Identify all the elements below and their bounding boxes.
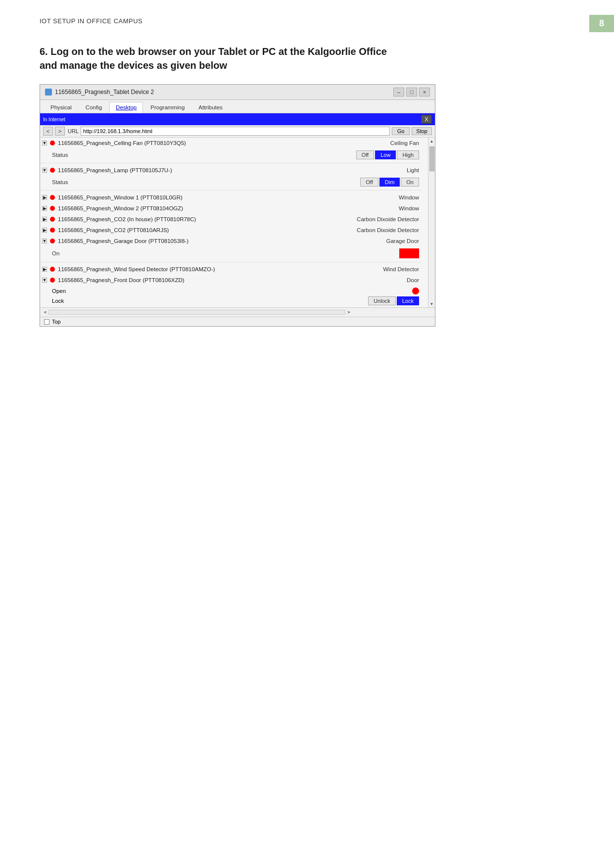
dot-window2 — [50, 206, 55, 211]
front-door-lock-label: Lock — [52, 298, 64, 304]
device-row-ceiling-fan: ▼ 11656865_Pragnesh_Celling Fan (PTT0810… — [40, 138, 421, 148]
device-row-co2: ▶ 11656865_Pragnesh_CO2 (PTT0810ARJS) Ca… — [40, 225, 421, 236]
wind-speed-name: 11656865_Pragnesh_Wind Speed Detector (P… — [58, 266, 367, 272]
maximize-button[interactable]: □ — [406, 88, 417, 96]
front-door-open-indicator — [412, 288, 419, 294]
co2-inhouse-name: 11656865_Pragnesh_CO2 (In house) (PTT081… — [58, 216, 354, 222]
forward-button[interactable]: > — [55, 127, 65, 136]
scroll-left-button[interactable]: < — [44, 310, 47, 315]
ceiling-fan-high-button[interactable]: High — [397, 150, 419, 159]
stop-button[interactable]: Stop — [412, 127, 432, 135]
section-title: 6. Log on to the web browser on your Tab… — [40, 45, 574, 72]
tab-attributes[interactable]: Attributes — [192, 102, 229, 113]
close-button[interactable]: × — [419, 88, 430, 96]
tab-programming[interactable]: Programming — [144, 102, 191, 113]
scroll-up-button[interactable]: ▲ — [428, 138, 435, 145]
window2-name: 11656865_Pragnesh_Window 2 (PTT08104OGZ) — [58, 205, 367, 211]
minimize-button[interactable]: – — [393, 88, 404, 96]
front-door-lock-buttons: Unlock Lock — [368, 296, 419, 305]
lamp-on-button[interactable]: On — [401, 178, 419, 187]
expand-lamp[interactable]: ▼ — [42, 168, 47, 173]
top-label: Top — [52, 319, 61, 325]
scroll-right-button[interactable]: > — [347, 310, 350, 315]
expand-window1[interactable]: ▶ — [42, 195, 47, 200]
scroll-down-button[interactable]: ▼ — [428, 300, 435, 307]
lamp-name: 11656865_Pragnesh_Lamp (PTT08105J7U-) — [58, 167, 367, 173]
ceiling-fan-type: Ceiling Fan — [370, 140, 419, 146]
expand-co2-inhouse[interactable]: ▶ — [42, 217, 47, 222]
expand-co2[interactable]: ▶ — [42, 228, 47, 233]
front-door-open-label: Open — [52, 288, 66, 294]
ceiling-fan-low-button[interactable]: Low — [375, 150, 396, 159]
lock-button[interactable]: Lock — [397, 296, 419, 305]
front-door-name: 11656865_Pragnesh_Front Door (PTT08106XZ… — [58, 277, 367, 283]
title-bar-controls: – □ × — [393, 88, 430, 96]
device-row-co2-inhouse: ▶ 11656865_Pragnesh_CO2 (In house) (PTT0… — [40, 214, 421, 225]
ceiling-fan-name: 11656865_Pragnesh_Celling Fan (PTT0810Y3… — [58, 140, 367, 146]
garage-door-on-row: On — [40, 246, 421, 260]
horizontal-scrollbar[interactable] — [48, 310, 345, 315]
window-title: 11656865_Pragnesh_Tablet Device 2 — [55, 89, 154, 96]
tab-bar: Physical Config Desktop Programming Attr… — [40, 100, 435, 113]
window1-name: 11656865_Pragnesh_Window 1 (PTT0810L0GR) — [58, 194, 367, 200]
expand-wind-speed[interactable]: ▶ — [42, 267, 47, 272]
browser-bar: In Internet X — [40, 113, 435, 125]
lamp-status-buttons: Off Dim On — [360, 178, 419, 187]
dot-garage-door — [50, 239, 55, 243]
dot-front-door — [50, 278, 55, 283]
ceiling-fan-status-row: Status Off Low High — [40, 148, 421, 161]
expand-window2[interactable]: ▶ — [42, 206, 47, 211]
ceiling-fan-off-button[interactable]: Off — [356, 150, 374, 159]
tab-desktop[interactable]: Desktop — [109, 102, 143, 113]
dot-wind-speed — [50, 267, 55, 272]
unlock-button[interactable]: Unlock — [368, 296, 396, 305]
scroll-thumb[interactable] — [429, 146, 434, 171]
right-scrollbar: ▲ ▼ — [428, 138, 435, 307]
top-checkbox[interactable] — [44, 319, 49, 325]
device-row-front-door: ▼ 11656865_Pragnesh_Front Door (PTT08106… — [40, 275, 421, 286]
browser-bar-text: In Internet — [43, 117, 65, 122]
back-button[interactable]: < — [43, 127, 53, 136]
title-bar-left: 11656865_Pragnesh_Tablet Device 2 — [45, 89, 154, 96]
garage-door-color-indicator — [399, 248, 419, 258]
window-icon — [45, 89, 52, 96]
title-bar: 11656865_Pragnesh_Tablet Device 2 – □ × — [40, 85, 435, 100]
dot-co2 — [50, 228, 55, 233]
expand-ceiling-fan[interactable]: ▼ — [42, 141, 47, 145]
front-door-type: Door — [370, 277, 419, 283]
dot-ceiling-fan — [50, 141, 55, 145]
device-window: 11656865_Pragnesh_Tablet Device 2 – □ × … — [40, 84, 435, 327]
window2-type: Window — [370, 205, 419, 211]
wind-speed-type: Wind Detector — [370, 266, 419, 272]
lamp-type: Light — [370, 167, 419, 173]
url-input[interactable] — [81, 127, 390, 136]
device-row-window2: ▶ 11656865_Pragnesh_Window 2 (PTT08104OG… — [40, 203, 421, 214]
dot-window1 — [50, 195, 55, 200]
front-door-open-row: Open — [40, 286, 421, 295]
tab-physical[interactable]: Physical — [44, 102, 78, 113]
ceiling-fan-status-label: Status — [52, 152, 77, 158]
device-list-wrapper: ▼ 11656865_Pragnesh_Celling Fan (PTT0810… — [40, 138, 435, 307]
go-button[interactable]: Go — [392, 127, 410, 135]
lamp-dim-button[interactable]: Dim — [379, 178, 400, 187]
expand-front-door[interactable]: ▼ — [42, 278, 47, 283]
expand-garage-door[interactable]: ▼ — [42, 239, 47, 243]
device-row-wind-speed: ▶ 11656865_Pragnesh_Wind Speed Detector … — [40, 264, 421, 275]
url-label: URL — [68, 128, 79, 134]
garage-door-on-label: On — [52, 250, 59, 256]
bottom-bar: < > — [40, 307, 435, 317]
device-row-lamp: ▼ 11656865_Pragnesh_Lamp (PTT08105J7U-) … — [40, 165, 421, 176]
browser-close-button[interactable]: X — [421, 115, 432, 124]
tab-config[interactable]: Config — [79, 102, 108, 113]
window1-type: Window — [370, 194, 419, 200]
page-header: IOT SETUP IN OFFICE CAMPUS — [40, 17, 142, 25]
lamp-off-button[interactable]: Off — [360, 178, 378, 187]
co2-inhouse-type: Carbon Dixoide Detector — [357, 216, 419, 222]
co2-type: Carbon Dixoide Detector — [357, 227, 419, 233]
nav-bar: < > URL Go Stop — [40, 125, 435, 138]
bottom-checkbox-bar: Top — [40, 317, 435, 326]
lamp-status-label: Status — [52, 179, 77, 185]
device-list: ▼ 11656865_Pragnesh_Celling Fan (PTT0810… — [40, 138, 428, 307]
main-content: 6. Log on to the web browser on your Tab… — [40, 45, 574, 327]
ceiling-fan-status-buttons: Off Low High — [356, 150, 419, 159]
